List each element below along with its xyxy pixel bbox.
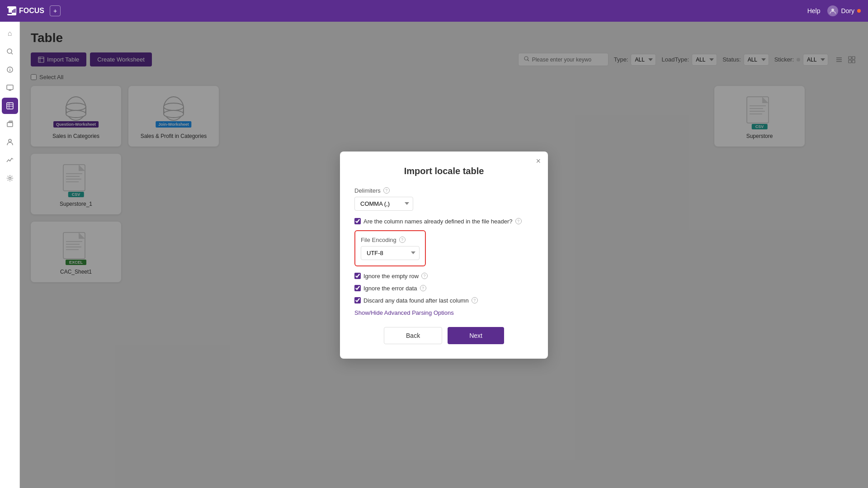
topbar-right: Help Dory — [807, 5, 861, 16]
svg-rect-16 — [7, 123, 13, 127]
svg-rect-12 — [7, 103, 13, 109]
content-area: Table Import Table Create Worksheet — [20, 22, 868, 488]
user-avatar — [827, 5, 838, 16]
delimiters-group: Delimiters ? COMMA (,) TAB SEMICOLON — [354, 187, 533, 211]
discard-data-checkbox[interactable] — [354, 297, 361, 303]
delimiter-select[interactable]: COMMA (,) TAB SEMICOLON — [354, 197, 413, 211]
discard-data-help-icon[interactable]: ? — [472, 297, 478, 303]
sidebar: ⌂ — [0, 22, 20, 488]
modal-close-button[interactable]: × — [536, 157, 541, 165]
svg-point-4 — [7, 49, 12, 53]
modal-backdrop: × Import locale table Delimiters ? COMMA… — [20, 22, 868, 488]
delimiters-help-icon[interactable]: ? — [383, 187, 390, 194]
encoding-select[interactable]: UTF-8 UTF-16 ISO-8859-1 — [361, 246, 420, 260]
sidebar-item-table[interactable] — [2, 98, 18, 114]
back-button[interactable]: Back — [384, 327, 442, 344]
column-names-help-icon[interactable]: ? — [515, 218, 522, 224]
svg-rect-2 — [14, 9, 15, 13]
modal-title: Import locale table — [354, 166, 533, 176]
sidebar-item-search[interactable] — [2, 43, 18, 60]
ignore-error-data: Ignore the error data ? — [354, 285, 533, 292]
user-menu[interactable]: Dory — [827, 5, 861, 16]
sidebar-item-person[interactable] — [2, 134, 18, 150]
modal-footer: Back Next — [354, 327, 533, 344]
app-logo: FOCUS — [7, 6, 44, 15]
svg-line-5 — [11, 53, 13, 54]
notification-dot — [857, 9, 861, 13]
sidebar-item-analytics[interactable] — [2, 152, 18, 168]
svg-point-20 — [9, 177, 11, 180]
file-encoding-box: File Encoding ? UTF-8 UTF-16 ISO-8859-1 — [354, 230, 426, 266]
topbar: FOCUS + Help Dory — [0, 0, 868, 22]
column-names-label: Are the column names already defined in … — [363, 218, 513, 225]
discard-data-row: Discard any data found after last column… — [354, 297, 533, 304]
file-encoding-label: File Encoding ? — [361, 237, 420, 243]
svg-rect-18 — [9, 121, 13, 122]
svg-point-3 — [831, 9, 834, 11]
sidebar-item-info[interactable] — [2, 62, 18, 78]
column-names-row: Are the column names already defined in … — [354, 218, 533, 225]
delimiters-label: Delimiters ? — [354, 187, 533, 194]
ignore-error-data-label: Ignore the error data — [363, 285, 417, 292]
sidebar-item-layers[interactable] — [2, 116, 18, 132]
ignore-empty-row-checkbox[interactable] — [354, 273, 361, 279]
import-modal: × Import locale table Delimiters ? COMMA… — [340, 152, 548, 359]
app-name: FOCUS — [19, 7, 44, 15]
next-button[interactable]: Next — [448, 327, 504, 344]
svg-rect-1 — [14, 9, 14, 13]
svg-rect-9 — [7, 85, 13, 90]
ignore-error-data-checkbox[interactable] — [354, 285, 361, 291]
sidebar-item-home[interactable]: ⌂ — [2, 25, 18, 42]
file-encoding-help-icon[interactable]: ? — [399, 237, 406, 243]
ignore-empty-row: Ignore the empty row ? — [354, 273, 533, 280]
sidebar-item-settings[interactable] — [2, 170, 18, 186]
user-name: Dory — [841, 7, 854, 14]
svg-point-8 — [9, 68, 10, 69]
topbar-left: FOCUS + — [7, 5, 61, 16]
ignore-empty-row-help-icon[interactable]: ? — [421, 273, 428, 279]
discard-data-label: Discard any data found after last column — [363, 297, 469, 304]
show-hide-link[interactable]: Show/Hide Advanced Parsing Options — [354, 309, 533, 316]
help-link[interactable]: Help — [807, 7, 821, 14]
logo-icon — [7, 6, 16, 15]
main-layout: ⌂ Table — [0, 22, 868, 488]
column-names-checkbox[interactable] — [354, 218, 361, 224]
ignore-empty-row-label: Ignore the empty row — [363, 273, 419, 280]
svg-point-19 — [9, 139, 11, 142]
ignore-error-help-icon[interactable]: ? — [420, 285, 426, 291]
svg-rect-0 — [12, 10, 13, 13]
add-tab-button[interactable]: + — [50, 5, 61, 16]
sidebar-item-monitor[interactable] — [2, 80, 18, 96]
